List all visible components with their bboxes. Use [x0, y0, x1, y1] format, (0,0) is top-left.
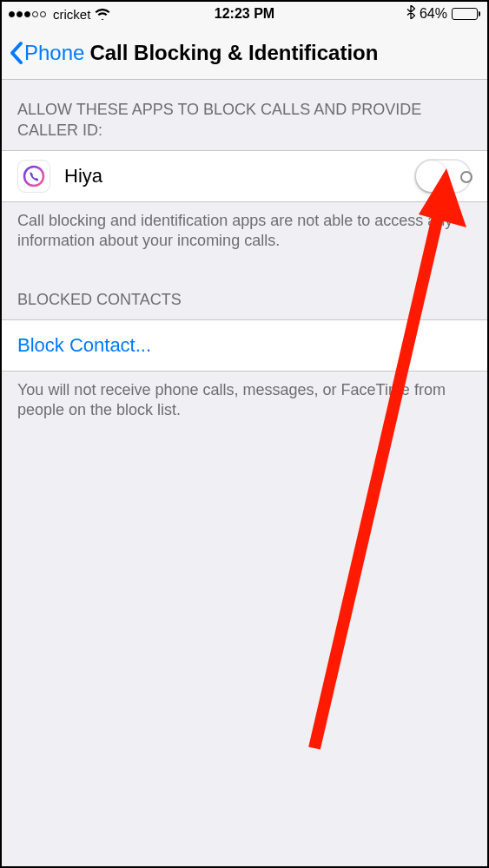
nav-bar: Phone Call Blocking & Identification [2, 26, 487, 80]
block-contact-label: Block Contact... [17, 334, 151, 357]
toggle-switch[interactable] [414, 159, 472, 194]
battery-icon [452, 8, 480, 20]
status-left: cricket [9, 7, 110, 22]
section-header-allow-apps: ALLOW THESE APPS TO BLOCK CALLS AND PROV… [2, 80, 487, 150]
section-footer-allow-apps: Call blocking and identification apps ar… [2, 202, 487, 266]
carrier-label: cricket [53, 7, 90, 22]
wifi-icon [95, 9, 110, 20]
status-right: 64% [406, 5, 480, 23]
section-footer-blocked: You will not receive phone calls, messag… [2, 372, 487, 435]
chevron-left-icon [9, 40, 24, 66]
hiya-app-icon [17, 160, 50, 193]
battery-percent-label: 64% [420, 6, 447, 22]
svg-point-0 [24, 167, 43, 186]
block-contact-button[interactable]: Block Contact... [2, 319, 487, 372]
section-header-blocked: BLOCKED CONTACTS [2, 265, 487, 319]
app-label: Hiya [64, 165, 414, 187]
bluetooth-icon [406, 5, 415, 23]
status-bar: cricket 12:23 PM 64% [2, 2, 487, 26]
status-time: 12:23 PM [215, 6, 274, 22]
back-label: Phone [24, 41, 84, 65]
toggle-knob [416, 161, 447, 192]
app-row-hiya[interactable]: Hiya [2, 150, 487, 202]
back-button[interactable]: Phone [9, 40, 84, 66]
page-title: Call Blocking & Identification [89, 41, 378, 65]
signal-strength-icon [9, 11, 46, 17]
